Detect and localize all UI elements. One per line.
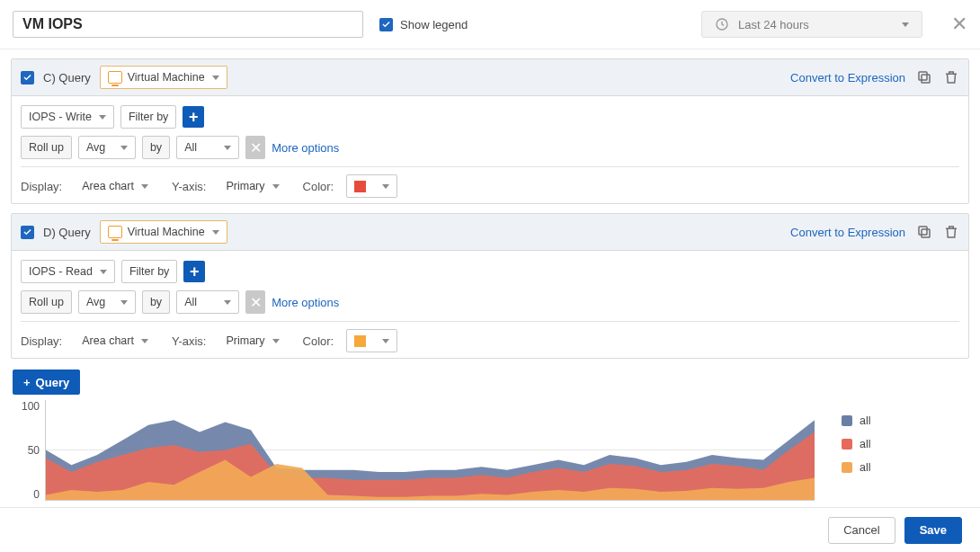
groupby-selector[interactable]: All <box>176 290 239 314</box>
entity-label: Virtual Machine <box>128 71 205 84</box>
cancel-button[interactable]: Cancel <box>828 517 895 544</box>
metric-selector[interactable]: IOPS - Read <box>21 260 115 283</box>
chart-type-selector[interactable]: Area chart <box>75 174 156 198</box>
vm-icon <box>108 71 122 84</box>
chevron-down-icon <box>382 339 389 343</box>
color-selector[interactable] <box>346 174 397 198</box>
filter-by-button[interactable]: Filter by <box>121 260 177 283</box>
color-swatch <box>354 181 366 192</box>
color-selector[interactable] <box>346 329 397 352</box>
rollup-label-pill[interactable]: Roll up <box>21 290 72 314</box>
add-filter-button[interactable]: + <box>183 106 204 128</box>
query-enabled-checkbox[interactable] <box>21 71 34 85</box>
display-label: Display: <box>21 180 62 193</box>
groupby-selector[interactable]: All <box>176 136 239 159</box>
chevron-down-icon <box>212 76 219 80</box>
svg-rect-2 <box>919 72 927 80</box>
agg-selector[interactable]: Avg <box>78 136 136 159</box>
convert-expression-link[interactable]: Convert to Expression <box>790 71 905 85</box>
checkbox-checked-icon <box>379 18 393 31</box>
chevron-down-icon <box>141 339 148 343</box>
trash-icon[interactable] <box>943 69 959 85</box>
show-legend-toggle[interactable]: Show legend <box>379 18 685 31</box>
filter-by-button[interactable]: Filter by <box>120 105 176 129</box>
clear-groupby-button[interactable]: ✕ <box>245 290 265 314</box>
svg-rect-3 <box>922 229 930 237</box>
by-label-pill: by <box>142 290 170 314</box>
widget-title-input[interactable] <box>13 11 363 38</box>
y-axis: 100 50 0 <box>13 400 45 501</box>
plot <box>45 400 815 501</box>
legend-item[interactable]: all <box>842 438 967 450</box>
convert-expression-link[interactable]: Convert to Expression <box>790 226 905 239</box>
chevron-down-icon <box>224 300 231 305</box>
yaxis-label: Y-axis: <box>172 334 207 348</box>
query-panel-header: C) Query Virtual Machine Convert to Expr… <box>12 59 968 96</box>
chevron-down-icon <box>272 339 280 343</box>
chevron-down-icon <box>99 115 106 120</box>
ytick: 0 <box>33 488 40 501</box>
top-bar: Show legend Last 24 hours ✕ <box>0 0 980 49</box>
svg-rect-4 <box>919 227 927 235</box>
chart-area: 100 50 0 all all all <box>13 400 967 501</box>
chart-type-selector[interactable]: Area chart <box>75 329 156 352</box>
clock-icon <box>715 17 729 31</box>
query-enabled-checkbox[interactable] <box>21 226 34 239</box>
legend-swatch <box>842 415 852 426</box>
chevron-down-icon <box>100 270 107 274</box>
chevron-down-icon <box>224 146 231 150</box>
more-options-link[interactable]: More options <box>272 296 339 309</box>
yaxis-selector[interactable]: Primary <box>218 174 286 198</box>
by-label-pill: by <box>142 136 170 159</box>
color-swatch <box>354 335 366 347</box>
query-panel-header: D) Query Virtual Machine Convert to Expr… <box>12 214 968 251</box>
agg-selector[interactable]: Avg <box>78 290 136 314</box>
rollup-label-pill[interactable]: Roll up <box>21 136 72 159</box>
query-label: D) Query <box>43 226 91 239</box>
chevron-down-icon <box>120 300 128 305</box>
color-label: Color: <box>303 334 334 348</box>
legend-swatch <box>842 439 852 450</box>
svg-rect-1 <box>922 75 930 83</box>
entity-selector[interactable]: Virtual Machine <box>100 66 227 89</box>
more-options-link[interactable]: More options <box>272 141 339 155</box>
chevron-down-icon <box>141 184 148 189</box>
entity-selector[interactable]: Virtual Machine <box>100 220 227 244</box>
timerange-label: Last 24 hours <box>738 18 809 31</box>
color-label: Color: <box>303 180 334 193</box>
entity-label: Virtual Machine <box>128 226 205 238</box>
copy-icon[interactable] <box>916 69 932 85</box>
legend-swatch <box>842 462 852 473</box>
chevron-down-icon <box>272 184 280 189</box>
chevron-down-icon <box>212 230 219 235</box>
chevron-down-icon <box>120 146 128 150</box>
timerange-picker[interactable]: Last 24 hours <box>701 11 922 38</box>
legend-item[interactable]: all <box>842 461 967 474</box>
footer: Cancel Save <box>0 507 980 552</box>
display-label: Display: <box>21 334 62 348</box>
clear-groupby-button[interactable]: ✕ <box>245 136 265 159</box>
legend-item[interactable]: all <box>842 414 967 427</box>
query-label: C) Query <box>43 71 91 85</box>
chevron-down-icon <box>382 184 389 189</box>
ytick: 100 <box>22 400 40 413</box>
trash-icon[interactable] <box>943 224 959 240</box>
vm-icon <box>108 226 122 238</box>
ytick: 50 <box>28 444 40 457</box>
chart-legend: all all all <box>815 400 967 501</box>
metric-selector[interactable]: IOPS - Write <box>21 105 114 129</box>
add-query-button[interactable]: + Query <box>13 369 80 395</box>
add-filter-button[interactable]: + <box>183 261 205 282</box>
copy-icon[interactable] <box>916 224 932 240</box>
show-legend-label: Show legend <box>400 18 468 31</box>
yaxis-selector[interactable]: Primary <box>218 329 286 352</box>
query-panel-d: D) Query Virtual Machine Convert to Expr… <box>11 213 969 359</box>
close-icon[interactable]: ✕ <box>951 13 967 36</box>
yaxis-label: Y-axis: <box>172 180 207 193</box>
query-panel-c: C) Query Virtual Machine Convert to Expr… <box>11 58 969 204</box>
chevron-down-icon <box>902 22 909 27</box>
save-button[interactable]: Save <box>904 517 962 544</box>
